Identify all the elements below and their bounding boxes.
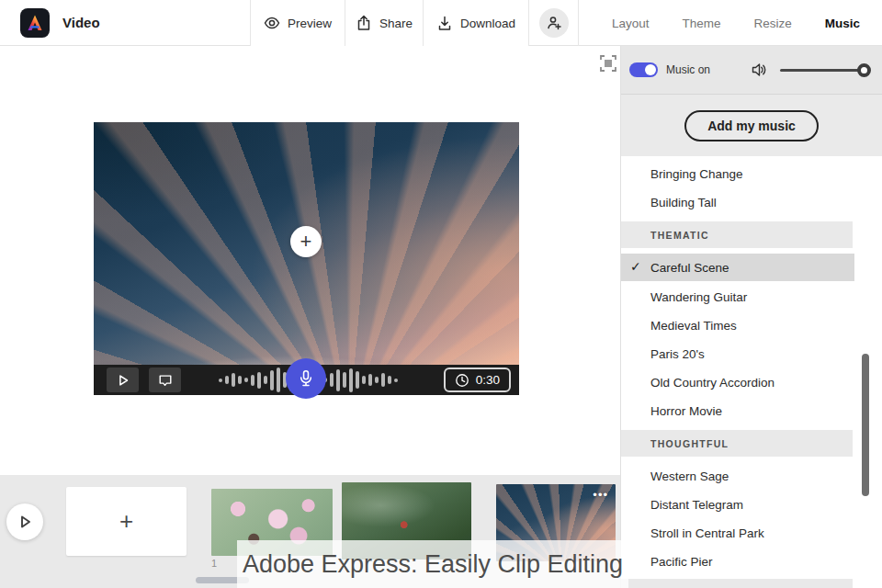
preview-label: Preview [288,17,332,30]
section-header-partial [621,579,853,588]
add-element-button[interactable]: + [290,226,322,257]
plus-icon: + [300,230,312,254]
track-wandering-guitar[interactable]: Wandering Guitar [621,283,882,311]
clip-duration-chip[interactable]: 0:30 [444,368,511,392]
clock-icon [455,373,469,388]
toolbar: Preview Share Download [250,0,579,46]
track-careful-scene-selected[interactable]: ✓ Careful Scene [621,254,854,281]
tab-music[interactable]: Music [825,17,860,30]
share-button[interactable]: Share [345,0,423,46]
add-my-music-button[interactable]: Add my music [684,110,819,141]
add-music-row: Add my music [621,95,882,156]
microphone-icon [297,369,315,388]
share-icon [356,15,372,31]
tab-layout[interactable]: Layout [612,17,650,30]
comment-button[interactable] [149,368,181,392]
clip-duration: 0:30 [476,373,500,387]
adobe-express-logo-glyph [26,14,44,32]
music-panel: Music on Add my music Bringing Change Bu… [620,46,882,588]
track-bringing-change[interactable]: Bringing Change [621,160,882,188]
timeline-play-button[interactable] [6,503,43,540]
checkmark-icon: ✓ [630,259,641,274]
plus-icon: + [119,507,133,536]
track-building-tall[interactable]: Building Tall [621,188,882,217]
toggle-knob [645,64,656,75]
track-medieval-times[interactable]: Medieval Times [621,311,882,340]
clip-number: 1 [211,558,217,569]
music-volume-row: Music on [621,46,882,95]
music-track-list: Bringing Change Building Tall THEMATIC ✓… [621,156,882,588]
waveform-right [323,365,398,395]
comment-icon [158,373,173,388]
download-button[interactable]: Download [423,0,528,46]
track-pacific-pier[interactable]: Pacific Pier [621,548,882,576]
track-paris-20s[interactable]: Paris 20's [621,340,882,368]
play-button[interactable] [107,368,139,392]
fullscreen-icon[interactable] [599,54,617,73]
top-bar: Video Preview Share Download [0,0,882,46]
track-horror-movie[interactable]: Horror Movie [621,397,882,425]
eye-icon [264,15,280,31]
section-header-thematic: THEMATIC [621,221,853,248]
tab-theme[interactable]: Theme [682,17,720,30]
music-on-label: Music on [666,63,710,76]
invite-button[interactable] [539,8,569,38]
track-old-country-accordion[interactable]: Old Country Accordion [621,368,882,397]
music-on-toggle[interactable] [629,62,658,77]
volume-slider-track [780,69,867,72]
canvas-area: + [0,46,620,475]
section-header-thoughtful: THOUGHTFUL [621,430,853,457]
track-distant-telegram[interactable]: Distant Telegram [621,491,882,519]
volume-slider-knob[interactable] [857,63,871,77]
preview-button[interactable]: Preview [250,0,345,46]
track-label: Careful Scene [650,261,729,275]
caption-text: Adobe Express: Easily Clip Editing [243,550,623,579]
play-icon [17,514,33,530]
download-label: Download [460,17,515,30]
download-icon [436,15,453,31]
video-preview[interactable]: + [94,122,519,395]
panel-scrollbar[interactable] [862,354,869,496]
add-clip-button[interactable]: + [66,487,187,556]
track-western-sage[interactable]: Western Sage [621,462,882,491]
page-title: Video [62,15,100,30]
person-add-icon [546,15,562,31]
invite-cell [528,0,579,46]
play-icon [116,373,130,388]
volume-slider[interactable] [780,63,871,76]
panel-tabs: Layout Theme Resize Music [612,0,860,46]
share-label: Share [379,17,413,30]
adobe-express-logo[interactable] [20,8,50,38]
track-stroll-in-central-park[interactable]: Stroll in Central Park [621,519,882,548]
caption-overlay[interactable]: Adobe Express: Easily Clip Editing [237,540,628,588]
tab-resize[interactable]: Resize [753,17,791,30]
ellipsis-icon[interactable]: ••• [593,488,608,502]
speaker-icon [751,62,767,78]
record-voiceover-button[interactable] [286,358,326,399]
video-control-bar: 0:30 [94,365,519,395]
